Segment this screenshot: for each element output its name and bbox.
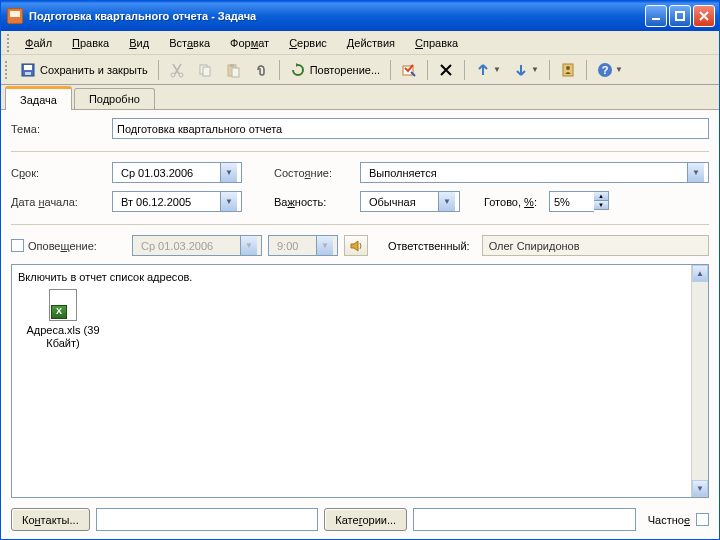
owner-value: Олег Спиридонов xyxy=(482,235,709,256)
cut-button xyxy=(164,58,190,82)
menu-bar: Файл Правка Вид Вставка Формат Сервис Де… xyxy=(1,31,719,55)
window-title: Подготовка квартального отчета - Задача xyxy=(29,10,645,22)
menu-help[interactable]: Справка xyxy=(405,34,468,52)
arrow-down-icon xyxy=(513,62,529,78)
task-form: Тема: Срок: Ср 01.03.2006▼ Состояние: Вы… xyxy=(1,110,719,539)
priority-combo[interactable]: Обычная▼ xyxy=(360,191,460,212)
menu-edit[interactable]: Правка xyxy=(62,34,119,52)
minimize-button[interactable] xyxy=(645,5,667,27)
percent-spinner[interactable]: ▲▼ xyxy=(594,191,609,210)
toolbar: Сохранить и закрыть Повторение... ▼ ▼ ?▼ xyxy=(1,55,719,85)
excel-file-icon xyxy=(47,289,79,321)
app-icon xyxy=(7,8,23,24)
svg-point-14 xyxy=(566,66,570,70)
reminder-checkbox[interactable] xyxy=(11,239,24,252)
svg-rect-4 xyxy=(25,72,31,75)
toolbar-handle[interactable] xyxy=(5,61,10,79)
delete-button[interactable] xyxy=(433,58,459,82)
save-close-button[interactable]: Сохранить и закрыть xyxy=(15,58,153,82)
reminder-time-combo: 9:00▼ xyxy=(268,235,338,256)
reminder-label: Оповещение: xyxy=(28,240,97,252)
notes-textarea[interactable]: Включить в отчет список адресов. Адреса.… xyxy=(11,264,709,498)
svg-rect-8 xyxy=(203,67,210,76)
reminder-sound-button[interactable] xyxy=(344,235,368,256)
svg-rect-11 xyxy=(232,68,239,77)
attach-button[interactable] xyxy=(248,58,274,82)
copy-icon xyxy=(197,62,213,78)
help-button[interactable]: ?▼ xyxy=(592,58,628,82)
address-book-button[interactable] xyxy=(555,58,581,82)
due-date-label: Срок: xyxy=(11,167,106,179)
title-bar: Подготовка квартального отчета - Задача xyxy=(1,1,719,31)
subject-label: Тема: xyxy=(11,123,106,135)
reminder-date-combo: Ср 01.03.2006▼ xyxy=(132,235,262,256)
paste-button xyxy=(220,58,246,82)
cut-icon xyxy=(169,62,185,78)
svg-rect-1 xyxy=(676,12,684,20)
paste-icon xyxy=(225,62,241,78)
close-button[interactable] xyxy=(693,5,715,27)
status-label: Состояние: xyxy=(274,167,354,179)
previous-button[interactable]: ▼ xyxy=(470,58,506,82)
categories-field[interactable] xyxy=(413,508,636,531)
start-date-label: Дата начала: xyxy=(11,196,106,208)
tab-details[interactable]: Подробно xyxy=(74,88,155,109)
copy-button xyxy=(192,58,218,82)
status-combo[interactable]: Выполняется▼ xyxy=(360,162,709,183)
svg-rect-10 xyxy=(230,64,234,67)
next-button[interactable]: ▼ xyxy=(508,58,544,82)
recurrence-icon xyxy=(290,62,306,78)
assign-task-button[interactable] xyxy=(396,58,422,82)
delete-icon xyxy=(438,62,454,78)
notes-scrollbar[interactable]: ▲ ▼ xyxy=(691,265,708,497)
save-icon xyxy=(20,62,36,78)
assign-icon xyxy=(401,62,417,78)
menu-insert[interactable]: Вставка xyxy=(159,34,220,52)
attachment-item[interactable]: Адреса.xls (39 Кбайт) xyxy=(18,289,108,350)
priority-label: Важность: xyxy=(274,196,354,208)
menu-view[interactable]: Вид xyxy=(119,34,159,52)
percent-complete-input[interactable] xyxy=(549,191,594,212)
svg-rect-0 xyxy=(652,18,660,20)
addressbook-icon xyxy=(560,62,576,78)
maximize-button[interactable] xyxy=(669,5,691,27)
paperclip-icon xyxy=(253,62,269,78)
tab-task[interactable]: Задача xyxy=(5,86,72,110)
contacts-button[interactable]: Контакты... xyxy=(11,508,90,531)
due-date-combo[interactable]: Ср 01.03.2006▼ xyxy=(112,162,242,183)
menu-tools[interactable]: Сервис xyxy=(279,34,337,52)
private-label: Частное xyxy=(648,514,690,526)
menu-actions[interactable]: Действия xyxy=(337,34,405,52)
menu-handle[interactable] xyxy=(7,34,12,52)
complete-label: Готово, %: xyxy=(484,196,537,208)
tab-strip: Задача Подробно xyxy=(1,85,719,110)
recurrence-button[interactable]: Повторение... xyxy=(285,58,385,82)
private-checkbox[interactable] xyxy=(696,513,709,526)
svg-rect-3 xyxy=(24,65,32,70)
categories-button[interactable]: Категории... xyxy=(324,508,407,531)
notes-text: Включить в отчет список адресов. xyxy=(18,271,702,283)
menu-format[interactable]: Формат xyxy=(220,34,279,52)
svg-point-5 xyxy=(171,73,175,77)
subject-input[interactable] xyxy=(112,118,709,139)
arrow-up-icon xyxy=(475,62,491,78)
start-date-combo[interactable]: Вт 06.12.2005▼ xyxy=(112,191,242,212)
svg-point-6 xyxy=(179,73,183,77)
svg-text:?: ? xyxy=(602,64,609,76)
owner-label: Ответственный: xyxy=(388,240,470,252)
contacts-field[interactable] xyxy=(96,508,319,531)
help-icon: ? xyxy=(597,62,613,78)
attachment-filename: Адреса.xls (39 Кбайт) xyxy=(18,324,108,350)
menu-file[interactable]: Файл xyxy=(15,34,62,52)
